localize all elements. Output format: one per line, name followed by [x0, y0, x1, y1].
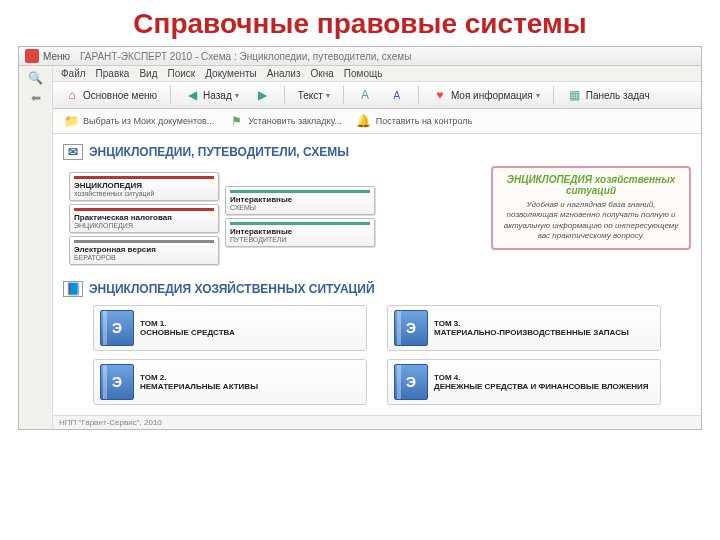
info-side-panel: ЭНЦИКЛОПЕДИЯ хозяйственных ситуаций Удоб…: [491, 166, 691, 250]
book-stack-left: ЭНЦИКЛОПЕДИЯхозяйственных ситуаций Практ…: [69, 172, 219, 265]
book-schemes[interactable]: ИнтерактивныеСХЕМЫ: [225, 186, 375, 215]
book-guides[interactable]: ИнтерактивныеПУТЕВОДИТЕЛИ: [225, 218, 375, 247]
back-button[interactable]: ◀ Назад ▾: [179, 85, 244, 105]
back-label: Назад: [203, 90, 232, 101]
home-icon: ⌂: [64, 87, 80, 103]
toolbar: ⌂ Основное меню ◀ Назад ▾ ▶ Текст ▾: [53, 82, 701, 109]
book-sub: БЕРАТОРОВ: [74, 254, 214, 261]
book-icon: 📘: [63, 281, 83, 297]
menu-search[interactable]: Поиск: [167, 68, 195, 79]
menu-file[interactable]: Файл: [61, 68, 86, 79]
encyclopedias-row: ЭНЦИКЛОПЕДИЯхозяйственных ситуаций Практ…: [63, 166, 691, 271]
book-title: Интерактивные: [230, 195, 370, 204]
titlebar: Меню ГАРАНТ-ЭКСПЕРТ 2010 - Схема : Энцик…: [19, 47, 701, 66]
folder-icon: 📁: [63, 113, 79, 129]
menu-button[interactable]: Меню: [43, 51, 70, 62]
section2-title: ЭНЦИКЛОПЕДИЯ ХОЗЯЙСТВЕННЫХ СИТУАЦИЙ: [89, 282, 375, 296]
panel-button[interactable]: ▦Панель задач: [562, 85, 655, 105]
app-icon: [25, 49, 39, 63]
put-docs-label: Выбрать из Моих документов...: [83, 116, 214, 126]
bookmark-label: Установить закладку...: [248, 116, 342, 126]
book-title: Интерактивные: [230, 227, 370, 236]
menu-view[interactable]: Вид: [139, 68, 157, 79]
volume-num: ТОМ 1.: [140, 319, 235, 328]
slide-title: Справочные правовые системы: [0, 0, 720, 46]
window-title: ГАРАНТ-ЭКСПЕРТ 2010 - Схема : Энциклопед…: [80, 51, 411, 62]
search-icon[interactable]: 🔍: [28, 70, 44, 86]
volume-num: ТОМ 3.: [434, 319, 629, 328]
chevron-down-icon: ▾: [235, 91, 239, 100]
bell-icon: 🔔: [356, 113, 372, 129]
volume-desc: ДЕНЕЖНЫЕ СРЕДСТВА И ФИНАНСОВЫЕ ВЛОЖЕНИЯ: [434, 382, 649, 391]
panel-icon: ▦: [567, 87, 583, 103]
app-window: Меню ГАРАНТ-ЭКСПЕРТ 2010 - Схема : Энцик…: [18, 46, 702, 430]
flag-icon: ⚑: [228, 113, 244, 129]
main-menu-button[interactable]: ⌂ Основное меню: [59, 85, 162, 105]
control-label: Поставить на контроль: [376, 116, 473, 126]
forward-button[interactable]: ▶: [250, 85, 276, 105]
my-info-label: Моя информация: [451, 90, 533, 101]
book-sub: СХЕМЫ: [230, 204, 370, 211]
arrow-left-icon: ◀: [184, 87, 200, 103]
volume-num: ТОМ 2.: [140, 373, 258, 382]
volume-2-card[interactable]: Э ТОМ 2.НЕМАТЕРИАЛЬНЫЕ АКТИВЫ: [93, 359, 367, 405]
volume-icon: Э: [100, 364, 134, 400]
font-a-minus-icon: A: [389, 87, 405, 103]
put-in-docs-button[interactable]: 📁 Выбрать из Моих документов...: [63, 113, 214, 129]
volume-3-card[interactable]: Э ТОМ 3.МАТЕРИАЛЬНО-ПРОИЗВОДСТВЕННЫЕ ЗАП…: [387, 305, 661, 351]
side-panel-title: ЭНЦИКЛОПЕДИЯ хозяйственных ситуаций: [501, 174, 681, 196]
book-tax-encyclopedia[interactable]: Практическая налоговаяЭНЦИКЛОПЕДИЯ: [69, 204, 219, 233]
section-encyclopedias-header[interactable]: ✉ ЭНЦИКЛОПЕДИИ, ПУТЕВОДИТЕЛИ, СХЕМЫ: [63, 144, 691, 160]
back-nav-icon[interactable]: ⬅: [28, 90, 44, 106]
separator: [170, 86, 171, 104]
volume-num: ТОМ 4.: [434, 373, 649, 382]
separator: [553, 86, 554, 104]
fav-button[interactable]: ♥Моя информация▾: [427, 85, 545, 105]
volumes-grid: Э ТОМ 1.ОСНОВНЫЕ СРЕДСТВА Э ТОМ 3.МАТЕРИ…: [63, 305, 691, 405]
book-title: ЭНЦИКЛОПЕДИЯ: [74, 181, 214, 190]
books-area: ЭНЦИКЛОПЕДИЯхозяйственных ситуаций Практ…: [63, 166, 481, 271]
menubar: Файл Правка Вид Поиск Документы Анализ О…: [53, 66, 701, 82]
menu-help[interactable]: Помощь: [344, 68, 383, 79]
chevron-down-icon: ▾: [326, 91, 330, 100]
status-bar: НПП "Гарант-Сервис", 2010: [53, 415, 701, 429]
section-situations-header[interactable]: 📘 ЭНЦИКЛОПЕДИЯ ХОЗЯЙСТВЕННЫХ СИТУАЦИЙ: [63, 281, 691, 297]
bookmark-button[interactable]: ⚑ Установить закладку...: [228, 113, 342, 129]
panel-label: Панель задач: [586, 90, 650, 101]
book-stack-right: ИнтерактивныеСХЕМЫ ИнтерактивныеПУТЕВОДИ…: [225, 186, 375, 265]
volume-1-card[interactable]: Э ТОМ 1.ОСНОВНЫЕ СРЕДСТВА: [93, 305, 367, 351]
volume-icon: Э: [394, 310, 428, 346]
menu-edit[interactable]: Правка: [96, 68, 130, 79]
menu-windows[interactable]: Окна: [311, 68, 334, 79]
separator: [284, 86, 285, 104]
book-berator[interactable]: Электронная версияБЕРАТОРОВ: [69, 236, 219, 265]
book-title: Электронная версия: [74, 245, 214, 254]
control-button[interactable]: 🔔 Поставить на контроль: [356, 113, 473, 129]
text-tool-label: Текст: [298, 90, 323, 101]
book-sub: хозяйственных ситуаций: [74, 190, 214, 197]
font-inc-button[interactable]: A: [352, 85, 378, 105]
font-a-plus-icon: A: [357, 87, 373, 103]
separator: [343, 86, 344, 104]
volume-4-card[interactable]: Э ТОМ 4.ДЕНЕЖНЫЕ СРЕДСТВА И ФИНАНСОВЫЕ В…: [387, 359, 661, 405]
main-menu-label: Основное меню: [83, 90, 157, 101]
volume-desc: МАТЕРИАЛЬНО-ПРОИЗВОДСТВЕННЫЕ ЗАПАСЫ: [434, 328, 629, 337]
font-dec-button[interactable]: A: [384, 85, 410, 105]
volume-icon: Э: [394, 364, 428, 400]
envelope-icon: ✉: [63, 144, 83, 160]
separator: [418, 86, 419, 104]
volume-desc: ОСНОВНЫЕ СРЕДСТВА: [140, 328, 235, 337]
book-title: Практическая налоговая: [74, 213, 214, 222]
arrow-right-icon: ▶: [255, 87, 271, 103]
volume-desc: НЕМАТЕРИАЛЬНЫЕ АКТИВЫ: [140, 382, 258, 391]
text-tool-button[interactable]: Текст ▾: [293, 88, 335, 103]
left-rail: 🔍 ⬅: [19, 66, 53, 429]
menu-analysis[interactable]: Анализ: [267, 68, 301, 79]
section1-title: ЭНЦИКЛОПЕДИИ, ПУТЕВОДИТЕЛИ, СХЕМЫ: [89, 145, 349, 159]
sub-toolbar: 📁 Выбрать из Моих документов... ⚑ Устано…: [53, 109, 701, 134]
book-encyclopedia-situations[interactable]: ЭНЦИКЛОПЕДИЯхозяйственных ситуаций: [69, 172, 219, 201]
book-sub: ПУТЕВОДИТЕЛИ: [230, 236, 370, 243]
content-area: ✉ ЭНЦИКЛОПЕДИИ, ПУТЕВОДИТЕЛИ, СХЕМЫ ЭНЦИ…: [53, 134, 701, 415]
chevron-down-icon: ▾: [536, 91, 540, 100]
menu-docs[interactable]: Документы: [205, 68, 257, 79]
